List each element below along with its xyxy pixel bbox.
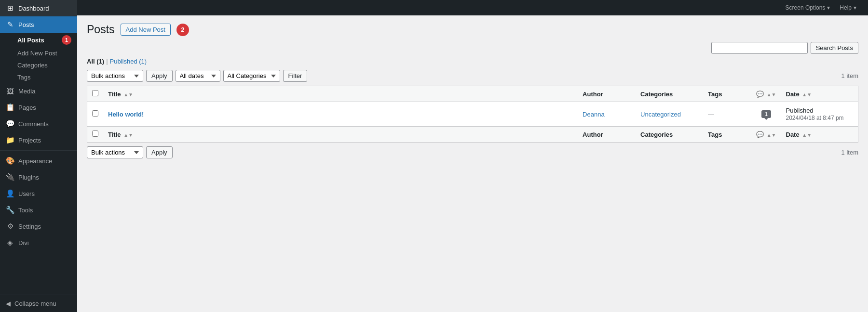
row-date-cell: Published 2024/04/18 at 8:47 pm: [781, 102, 858, 127]
sidebar-item-users[interactable]: 👤 Users: [0, 185, 77, 202]
col-header-checkbox: [87, 86, 104, 102]
toolbar-top: Bulk actions Edit Move to Trash Apply Al…: [87, 70, 858, 82]
sidebar-item-media[interactable]: 🖼 Media: [0, 83, 77, 99]
page-header: Posts Add New Post 2: [87, 23, 858, 36]
col-footer-date[interactable]: Date ▲▼: [781, 127, 858, 143]
search-posts-input[interactable]: [711, 42, 808, 54]
col-footer-title[interactable]: Title ▲▼: [103, 127, 578, 143]
sidebar-divider: [0, 150, 77, 151]
sidebar-item-comments[interactable]: 💬 Comments: [0, 116, 77, 132]
search-row: Search Posts: [87, 42, 858, 54]
update-badge: 2: [176, 24, 189, 36]
toolbar-bottom: Bulk actions Edit Move to Trash Apply 1 …: [87, 146, 858, 158]
filter-button[interactable]: Filter: [283, 70, 308, 82]
col-header-categories: Categories: [636, 86, 703, 102]
collapse-menu[interactable]: ◀ Collapse menu: [0, 295, 77, 312]
sidebar-item-tools[interactable]: 🔧 Tools: [0, 202, 77, 218]
footer-comments-sort-icon: ▲▼: [767, 132, 776, 138]
sidebar-item-all-posts[interactable]: All Posts 1: [17, 33, 77, 47]
categories-label: Categories: [17, 62, 48, 69]
comments-bubble[interactable]: 1: [761, 110, 771, 118]
sidebar-item-label: Tools: [18, 207, 33, 214]
comment-footer-icon: 💬: [756, 131, 764, 138]
col-header-date[interactable]: Date ▲▼: [781, 86, 858, 102]
filter-separator: |: [106, 58, 108, 65]
sidebar-item-divi[interactable]: ◈ Divi: [0, 234, 77, 251]
sidebar-item-label: Dashboard: [18, 5, 49, 12]
divi-icon: ◈: [6, 238, 14, 247]
row-checkbox-cell: [87, 102, 104, 127]
col-header-title[interactable]: Title ▲▼: [103, 86, 578, 102]
media-icon: 🖼: [6, 87, 14, 95]
col-footer-author: Author: [578, 127, 636, 143]
col-footer-checkbox: [87, 127, 104, 143]
help-button[interactable]: Help ▾: [836, 2, 860, 13]
col-header-comments[interactable]: 💬 ▲▼: [751, 86, 781, 102]
row-checkbox[interactable]: [92, 110, 98, 117]
col-footer-comments[interactable]: 💬 ▲▼: [751, 127, 781, 143]
screen-options-chevron: ▾: [827, 4, 830, 11]
post-title-link[interactable]: Hello world!: [108, 111, 144, 118]
col-header-tags: Tags: [703, 86, 751, 102]
sidebar-item-appearance[interactable]: 🎨 Appearance: [0, 153, 77, 169]
tab-published[interactable]: Published (1): [110, 58, 147, 65]
footer-title-sort-icon: ▲▼: [123, 132, 133, 138]
pages-icon: 📋: [6, 103, 14, 112]
sidebar-item-label: Pages: [18, 104, 36, 111]
sidebar-item-pages[interactable]: 📋 Pages: [0, 99, 77, 116]
sidebar-item-tags[interactable]: Tags: [17, 71, 77, 83]
screen-options-label: Screen Options: [786, 4, 826, 11]
apply-button-top[interactable]: Apply: [146, 70, 173, 82]
help-chevron: ▾: [854, 4, 856, 11]
sidebar-item-label: Settings: [18, 223, 41, 230]
topbar: Screen Options ▾ Help ▾: [77, 0, 868, 15]
date-filter-select[interactable]: All dates April 2024: [176, 70, 220, 82]
post-date: 2024/04/18 at 8:47 pm: [786, 115, 844, 121]
add-new-post-button[interactable]: Add New Post: [121, 24, 171, 36]
item-count-top: 1 item: [841, 72, 858, 79]
add-new-post-label: Add New Post: [17, 50, 57, 57]
search-posts-button[interactable]: Search Posts: [811, 42, 858, 54]
footer-select-all-checkbox[interactable]: [92, 130, 98, 137]
sidebar-item-posts[interactable]: ✎ Posts: [0, 16, 77, 33]
row-comments-cell: 1: [751, 102, 781, 127]
plugins-icon: 🔌: [6, 173, 14, 182]
sidebar-item-plugins[interactable]: 🔌 Plugins: [0, 169, 77, 185]
col-footer-categories: Categories: [636, 127, 703, 143]
comments-icon: 💬: [6, 119, 14, 128]
row-author-cell: Deanna: [578, 102, 636, 127]
sidebar-item-dashboard[interactable]: ⊞ Dashboard: [0, 0, 77, 16]
bulk-actions-select-top[interactable]: Bulk actions Edit Move to Trash: [87, 70, 143, 82]
table-footer-row: Title ▲▼ Author Categories Tags 💬 ▲▼: [87, 127, 858, 143]
sidebar-item-label: Divi: [18, 239, 29, 247]
comments-sort-icon: ▲▼: [767, 92, 776, 97]
collapse-icon: ◀: [6, 300, 11, 307]
screen-options-button[interactable]: Screen Options ▾: [782, 2, 834, 13]
bulk-actions-select-bottom[interactable]: Bulk actions Edit Move to Trash: [87, 146, 143, 158]
content-area: Posts Add New Post 2 Search Posts All (1…: [77, 15, 868, 312]
sidebar-item-add-new-post[interactable]: Add New Post: [17, 47, 77, 59]
comment-header-icon: 💬: [756, 91, 764, 98]
apply-button-bottom[interactable]: Apply: [146, 146, 173, 158]
sidebar-item-categories[interactable]: Categories: [17, 59, 77, 71]
sidebar-item-label: Comments: [18, 120, 49, 128]
sidebar-item-projects[interactable]: 📁 Projects: [0, 132, 77, 148]
col-header-author: Author: [578, 86, 636, 102]
table-row: Hello world! Deanna Uncategorized — 1: [87, 102, 858, 127]
sidebar-item-settings[interactable]: ⚙ Settings: [0, 218, 77, 234]
collapse-label: Collapse menu: [14, 300, 56, 307]
filter-tabs: All (1) | Published (1): [87, 58, 858, 65]
select-all-checkbox[interactable]: [92, 90, 98, 96]
category-link[interactable]: Uncategorized: [640, 111, 681, 118]
sidebar-item-label: Media: [18, 88, 35, 95]
author-link[interactable]: Deanna: [583, 111, 605, 118]
sidebar-item-label: Appearance: [18, 157, 52, 165]
users-icon: 👤: [6, 189, 14, 198]
sidebar-item-label: Users: [18, 190, 35, 197]
category-filter-select[interactable]: All Categories Uncategorized: [223, 70, 280, 82]
footer-date-sort-icon: ▲▼: [802, 132, 812, 138]
dashboard-icon: ⊞: [6, 4, 14, 13]
settings-icon: ⚙: [6, 222, 14, 231]
appearance-icon: 🎨: [6, 156, 14, 165]
tab-all[interactable]: All (1): [87, 58, 104, 65]
